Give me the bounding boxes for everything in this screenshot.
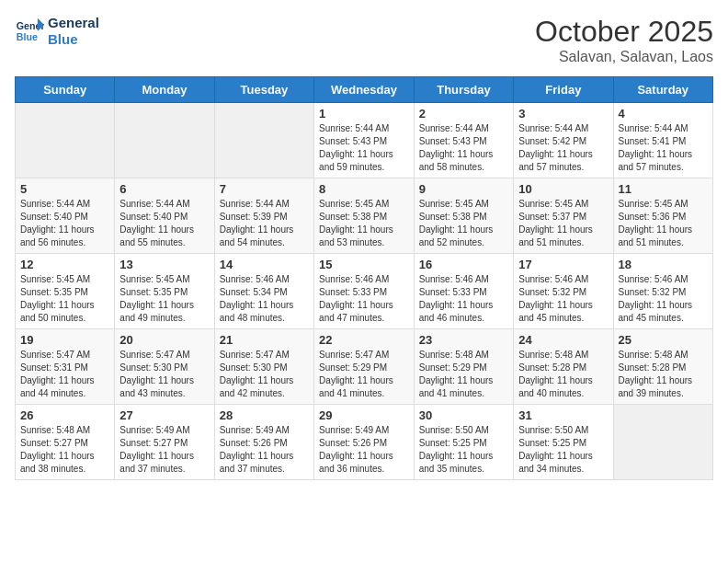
day-number: 30 bbox=[419, 408, 508, 422]
day-info: Sunrise: 5:45 AM Sunset: 5:36 PM Dayligh… bbox=[619, 198, 709, 249]
svg-text:Blue: Blue bbox=[17, 31, 38, 42]
day-info: Sunrise: 5:48 AM Sunset: 5:28 PM Dayligh… bbox=[619, 349, 709, 400]
day-number: 11 bbox=[619, 182, 709, 196]
day-info: Sunrise: 5:44 AM Sunset: 5:43 PM Dayligh… bbox=[319, 122, 409, 174]
day-number: 16 bbox=[419, 258, 508, 271]
day-info: Sunrise: 5:46 AM Sunset: 5:34 PM Dayligh… bbox=[220, 273, 309, 325]
day-number: 13 bbox=[119, 258, 209, 271]
day-info: Sunrise: 5:45 AM Sunset: 5:37 PM Dayligh… bbox=[518, 198, 608, 249]
weekday-header-sunday: Sunday bbox=[16, 77, 115, 103]
weekday-header-tuesday: Tuesday bbox=[214, 77, 313, 103]
calendar-cell: 15Sunrise: 5:46 AM Sunset: 5:33 PM Dayli… bbox=[314, 254, 415, 329]
day-info: Sunrise: 5:44 AM Sunset: 5:42 PM Dayligh… bbox=[518, 122, 608, 174]
weekday-header-saturday: Saturday bbox=[613, 77, 713, 103]
day-info: Sunrise: 5:49 AM Sunset: 5:26 PM Dayligh… bbox=[220, 424, 309, 476]
day-info: Sunrise: 5:48 AM Sunset: 5:27 PM Dayligh… bbox=[20, 424, 109, 476]
day-info: Sunrise: 5:48 AM Sunset: 5:29 PM Dayligh… bbox=[419, 349, 508, 400]
day-number: 7 bbox=[220, 182, 309, 196]
calendar-cell: 2Sunrise: 5:44 AM Sunset: 5:43 PM Daylig… bbox=[414, 103, 513, 178]
logo-icon: General Blue bbox=[15, 17, 44, 46]
calendar-cell: 20Sunrise: 5:47 AM Sunset: 5:30 PM Dayli… bbox=[115, 329, 214, 405]
calendar-cell: 17Sunrise: 5:46 AM Sunset: 5:32 PM Dayli… bbox=[514, 254, 613, 329]
calendar-cell: 14Sunrise: 5:46 AM Sunset: 5:34 PM Dayli… bbox=[214, 254, 313, 329]
day-info: Sunrise: 5:50 AM Sunset: 5:25 PM Dayligh… bbox=[419, 424, 508, 476]
calendar-cell: 9Sunrise: 5:45 AM Sunset: 5:38 PM Daylig… bbox=[414, 178, 513, 254]
calendar-cell: 30Sunrise: 5:50 AM Sunset: 5:25 PM Dayli… bbox=[414, 405, 513, 480]
calendar-cell: 5Sunrise: 5:44 AM Sunset: 5:40 PM Daylig… bbox=[16, 178, 115, 254]
day-info: Sunrise: 5:48 AM Sunset: 5:28 PM Dayligh… bbox=[518, 349, 608, 400]
day-info: Sunrise: 5:45 AM Sunset: 5:35 PM Dayligh… bbox=[20, 273, 109, 325]
calendar-week-3: 12Sunrise: 5:45 AM Sunset: 5:35 PM Dayli… bbox=[16, 254, 713, 329]
calendar-cell bbox=[16, 103, 115, 178]
calendar-cell: 28Sunrise: 5:49 AM Sunset: 5:26 PM Dayli… bbox=[214, 405, 313, 480]
day-number: 3 bbox=[518, 107, 608, 121]
title-block: October 2025 Salavan, Salavan, Laos bbox=[535, 15, 713, 65]
calendar-cell: 12Sunrise: 5:45 AM Sunset: 5:35 PM Dayli… bbox=[16, 254, 115, 329]
calendar-week-1: 1Sunrise: 5:44 AM Sunset: 5:43 PM Daylig… bbox=[16, 103, 713, 178]
location-title: Salavan, Salavan, Laos bbox=[535, 49, 713, 65]
calendar-cell: 22Sunrise: 5:47 AM Sunset: 5:29 PM Dayli… bbox=[314, 329, 415, 405]
weekday-header-wednesday: Wednesday bbox=[314, 77, 415, 103]
calendar-week-2: 5Sunrise: 5:44 AM Sunset: 5:40 PM Daylig… bbox=[16, 178, 713, 254]
day-number: 8 bbox=[319, 182, 409, 196]
day-number: 21 bbox=[220, 333, 309, 347]
logo: General Blue General Blue bbox=[15, 15, 99, 48]
weekday-header-row: SundayMondayTuesdayWednesdayThursdayFrid… bbox=[16, 77, 713, 103]
day-number: 10 bbox=[518, 182, 608, 196]
day-number: 1 bbox=[319, 107, 409, 121]
calendar-cell: 24Sunrise: 5:48 AM Sunset: 5:28 PM Dayli… bbox=[514, 329, 613, 405]
calendar-cell: 25Sunrise: 5:48 AM Sunset: 5:28 PM Dayli… bbox=[613, 329, 713, 405]
calendar-cell: 16Sunrise: 5:46 AM Sunset: 5:33 PM Dayli… bbox=[414, 254, 513, 329]
calendar-cell: 29Sunrise: 5:49 AM Sunset: 5:26 PM Dayli… bbox=[314, 405, 415, 480]
day-info: Sunrise: 5:45 AM Sunset: 5:38 PM Dayligh… bbox=[319, 198, 409, 249]
calendar-cell: 21Sunrise: 5:47 AM Sunset: 5:30 PM Dayli… bbox=[214, 329, 313, 405]
calendar-cell: 1Sunrise: 5:44 AM Sunset: 5:43 PM Daylig… bbox=[314, 103, 415, 178]
day-number: 18 bbox=[619, 258, 709, 271]
day-number: 28 bbox=[220, 408, 309, 422]
calendar-cell: 10Sunrise: 5:45 AM Sunset: 5:37 PM Dayli… bbox=[514, 178, 613, 254]
day-info: Sunrise: 5:47 AM Sunset: 5:29 PM Dayligh… bbox=[319, 349, 409, 400]
calendar-cell: 19Sunrise: 5:47 AM Sunset: 5:31 PM Dayli… bbox=[16, 329, 115, 405]
day-info: Sunrise: 5:46 AM Sunset: 5:33 PM Dayligh… bbox=[319, 273, 409, 325]
calendar-cell: 8Sunrise: 5:45 AM Sunset: 5:38 PM Daylig… bbox=[314, 178, 415, 254]
calendar-cell: 26Sunrise: 5:48 AM Sunset: 5:27 PM Dayli… bbox=[16, 405, 115, 480]
day-info: Sunrise: 5:47 AM Sunset: 5:31 PM Dayligh… bbox=[20, 349, 109, 400]
day-info: Sunrise: 5:44 AM Sunset: 5:43 PM Dayligh… bbox=[419, 122, 508, 174]
logo-line2: Blue bbox=[48, 31, 99, 48]
calendar-cell: 6Sunrise: 5:44 AM Sunset: 5:40 PM Daylig… bbox=[115, 178, 214, 254]
day-info: Sunrise: 5:50 AM Sunset: 5:25 PM Dayligh… bbox=[518, 424, 608, 476]
day-number: 17 bbox=[518, 258, 608, 271]
day-info: Sunrise: 5:47 AM Sunset: 5:30 PM Dayligh… bbox=[119, 349, 209, 400]
calendar-cell: 13Sunrise: 5:45 AM Sunset: 5:35 PM Dayli… bbox=[115, 254, 214, 329]
calendar-cell: 11Sunrise: 5:45 AM Sunset: 5:36 PM Dayli… bbox=[613, 178, 713, 254]
calendar-cell bbox=[115, 103, 214, 178]
day-info: Sunrise: 5:46 AM Sunset: 5:32 PM Dayligh… bbox=[518, 273, 608, 325]
day-info: Sunrise: 5:45 AM Sunset: 5:35 PM Dayligh… bbox=[119, 273, 209, 325]
day-number: 6 bbox=[119, 182, 209, 196]
day-number: 14 bbox=[220, 258, 309, 271]
day-info: Sunrise: 5:44 AM Sunset: 5:40 PM Dayligh… bbox=[119, 198, 209, 249]
day-info: Sunrise: 5:44 AM Sunset: 5:41 PM Dayligh… bbox=[619, 122, 709, 174]
day-number: 19 bbox=[20, 333, 109, 347]
day-info: Sunrise: 5:46 AM Sunset: 5:32 PM Dayligh… bbox=[619, 273, 709, 325]
day-number: 5 bbox=[20, 182, 109, 196]
day-number: 26 bbox=[20, 408, 109, 422]
calendar-cell: 7Sunrise: 5:44 AM Sunset: 5:39 PM Daylig… bbox=[214, 178, 313, 254]
day-number: 25 bbox=[619, 333, 709, 347]
day-info: Sunrise: 5:49 AM Sunset: 5:27 PM Dayligh… bbox=[119, 424, 209, 476]
day-number: 29 bbox=[319, 408, 409, 422]
weekday-header-monday: Monday bbox=[115, 77, 214, 103]
day-number: 27 bbox=[119, 408, 209, 422]
day-number: 12 bbox=[20, 258, 109, 271]
weekday-header-friday: Friday bbox=[514, 77, 613, 103]
calendar-week-4: 19Sunrise: 5:47 AM Sunset: 5:31 PM Dayli… bbox=[16, 329, 713, 405]
calendar-table: SundayMondayTuesdayWednesdayThursdayFrid… bbox=[15, 76, 713, 480]
day-number: 24 bbox=[518, 333, 608, 347]
logo-line1: General bbox=[48, 15, 99, 31]
calendar-cell bbox=[613, 405, 713, 480]
day-number: 4 bbox=[619, 107, 709, 121]
day-info: Sunrise: 5:45 AM Sunset: 5:38 PM Dayligh… bbox=[419, 198, 508, 249]
day-info: Sunrise: 5:46 AM Sunset: 5:33 PM Dayligh… bbox=[419, 273, 508, 325]
day-number: 9 bbox=[419, 182, 508, 196]
month-title: October 2025 bbox=[535, 15, 713, 49]
